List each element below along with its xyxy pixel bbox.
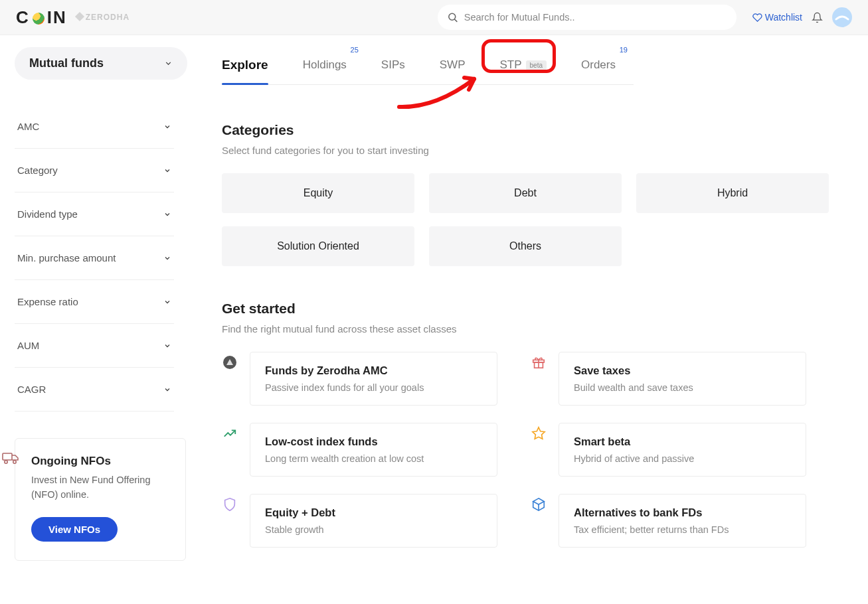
filter-category[interactable]: Category [15,149,174,192]
gs-box: Alternatives to bank FDs Tax efficient; … [559,494,806,548]
chevron-down-icon [163,167,171,175]
avatar[interactable] [832,7,852,27]
chevron-down-icon [163,254,171,262]
logo-wrap: CIN ZERODHA [16,7,130,28]
svg-point-4 [13,461,16,463]
category-debt[interactable]: Debt [429,173,622,213]
filter-amc[interactable]: AMC [15,105,174,149]
trend-up-icon [222,425,238,441]
avatar-icon [835,13,849,22]
gs-box: Smart beta Hybrid of active and passive [559,423,806,477]
filter-min-purchase[interactable]: Min. purchase amount [15,236,174,280]
product-dropdown[interactable]: Mutual funds [15,47,187,80]
get-started-grid: Funds by Zerodha AMC Passive index funds… [222,352,806,548]
gs-item-zerodha-amc[interactable]: Funds by Zerodha AMC Passive index funds… [222,352,497,406]
gs-item-equity-debt[interactable]: Equity + Debt Stable growth [222,494,497,548]
product-dropdown-label: Mutual funds [29,56,104,70]
gs-item-index-funds[interactable]: Low-cost index funds Long term wealth cr… [222,423,497,477]
main-content: Explore Holdings 25 SIPs SWP STP beta Or… [199,35,868,581]
tab-orders[interactable]: Orders 19 [581,52,616,84]
nfo-title: Ongoing NFOs [31,455,169,468]
view-nfos-button[interactable]: View NFOs [31,517,118,542]
filter-aum[interactable]: AUM [15,324,174,368]
category-others[interactable]: Others [429,226,622,266]
gs-box: Funds by Zerodha AMC Passive index funds… [250,352,497,406]
search-icon [447,12,458,23]
svg-point-3 [5,461,7,463]
truck-icon [2,451,19,465]
categories-subtitle: Select fund categories for you to start … [222,145,841,156]
beta-badge: beta [526,60,547,70]
category-hybrid[interactable]: Hybrid [636,173,829,213]
tab-sips[interactable]: SIPs [381,52,405,84]
coin-logo-o-icon [33,13,44,25]
category-solution-oriented[interactable]: Solution Oriented [222,226,414,266]
filter-cagr[interactable]: CAGR [15,368,174,412]
chevron-down-icon [164,59,173,68]
get-started-subtitle: Find the right mutual fund across these … [222,323,841,335]
filter-dividend-type[interactable]: Dividend type [15,192,174,236]
zerodha-brand: ZERODHA [76,13,130,22]
heart-icon [752,13,762,23]
chevron-down-icon [163,342,171,350]
search-wrap [438,5,737,30]
gs-box: Equity + Debt Stable growth [250,494,497,548]
tab-swp[interactable]: SWP [440,52,466,84]
gs-box: Save taxes Build wealth and save taxes [559,352,806,406]
zerodha-amc-icon [222,354,238,370]
sidebar: Mutual funds AMC Category Dividend type … [0,35,199,581]
header-links: Watchlist [752,7,852,27]
shield-icon [222,496,238,512]
chevron-down-icon [163,386,171,394]
categories-grid: Equity Debt Hybrid Solution Oriented Oth… [222,173,841,266]
orders-badge: 19 [620,46,628,54]
gift-icon [531,354,547,370]
filter-expense-ratio[interactable]: Expense ratio [15,280,174,324]
tab-explore[interactable]: Explore [222,52,268,84]
nfo-card: Ongoing NFOs Invest in New Fund Offering… [15,438,186,561]
watchlist-link[interactable]: Watchlist [752,12,802,23]
gs-item-smart-beta[interactable]: Smart beta Hybrid of active and passive [531,423,806,477]
kite-icon [75,12,84,21]
category-equity[interactable]: Equity [222,173,414,213]
tab-stp[interactable]: STP beta [500,52,547,84]
svg-rect-2 [3,453,12,460]
tab-holdings[interactable]: Holdings 25 [303,52,347,84]
svg-line-1 [454,19,456,21]
svg-marker-9 [533,427,545,439]
gs-item-save-taxes[interactable]: Save taxes Build wealth and save taxes [531,352,806,406]
get-started-title: Get started [222,301,841,317]
nfo-desc: Invest in New Fund Offering (NFO) online… [31,473,169,502]
chevron-down-icon [163,123,171,131]
gs-box: Low-cost index funds Long term wealth cr… [250,423,497,477]
holdings-badge: 25 [351,46,359,54]
notifications-icon[interactable] [812,12,823,23]
top-header: CIN ZERODHA Watchlist [0,0,868,35]
tabs: Explore Holdings 25 SIPs SWP STP beta Or… [222,52,634,85]
search-input[interactable] [438,5,737,30]
gs-item-bank-fd-alt[interactable]: Alternatives to bank FDs Tax efficient; … [531,494,806,548]
cube-icon [531,496,547,512]
chevron-down-icon [163,298,171,306]
star-icon [531,425,547,441]
chevron-down-icon [163,210,171,218]
categories-title: Categories [222,122,841,138]
coin-logo[interactable]: CIN [16,7,67,28]
